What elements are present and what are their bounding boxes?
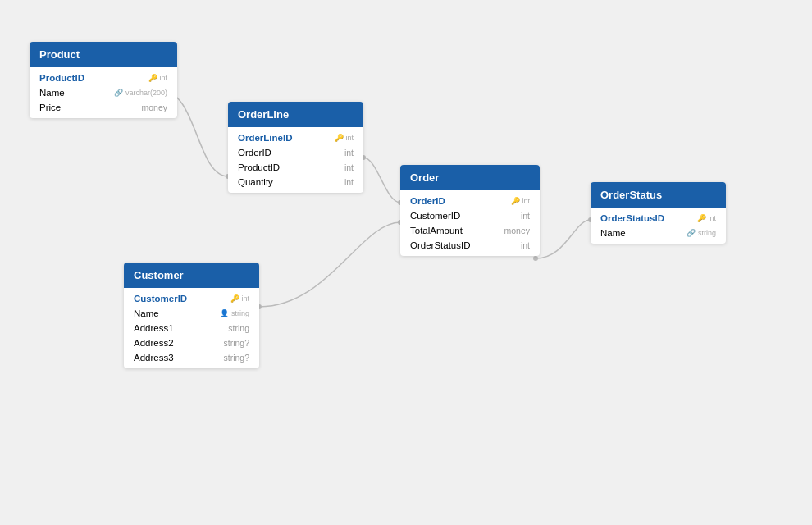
table-orderline[interactable]: OrderLine OrderLineID 🔑 int OrderID int … bbox=[228, 102, 363, 193]
table-row: OrderID int bbox=[228, 145, 363, 160]
table-customer[interactable]: Customer CustomerID 🔑 int Name 👤 string … bbox=[124, 262, 259, 368]
diagram-canvas: Product ProductID 🔑 int Name 🔗 varchar(2… bbox=[0, 0, 812, 525]
table-row: TotalAmount money bbox=[400, 223, 540, 238]
table-row: Name 👤 string bbox=[124, 306, 259, 321]
table-product-header: Product bbox=[30, 42, 177, 67]
table-orderline-header: OrderLine bbox=[228, 102, 363, 127]
table-customer-body: CustomerID 🔑 int Name 👤 string Address1 … bbox=[124, 288, 259, 368]
table-row: OrderStatusID int bbox=[400, 238, 540, 253]
table-row: ProductID 🔑 int bbox=[30, 71, 177, 85]
table-order-body: OrderID 🔑 int CustomerID int TotalAmount… bbox=[400, 190, 540, 256]
table-row: OrderStatusID 🔑 int bbox=[591, 211, 726, 226]
table-row: Name 🔗 string bbox=[591, 226, 726, 240]
table-customer-header: Customer bbox=[124, 262, 259, 288]
table-row: Price money bbox=[30, 100, 177, 115]
table-row: CustomerID 🔑 int bbox=[124, 291, 259, 306]
table-row: OrderLineID 🔑 int bbox=[228, 130, 363, 145]
table-orderline-body: OrderLineID 🔑 int OrderID int ProductID … bbox=[228, 127, 363, 193]
table-row: Name 🔗 varchar(200) bbox=[30, 85, 177, 100]
table-row: CustomerID int bbox=[400, 208, 540, 223]
table-row: Quantity int bbox=[228, 175, 363, 189]
table-order[interactable]: Order OrderID 🔑 int CustomerID int Total… bbox=[400, 165, 540, 256]
table-orderstatus[interactable]: OrderStatus OrderStatusID 🔑 int Name 🔗 s… bbox=[591, 182, 726, 244]
table-row: Address3 string? bbox=[124, 350, 259, 365]
svg-point-6 bbox=[533, 256, 538, 261]
table-row: Address2 string? bbox=[124, 336, 259, 350]
table-row: ProductID int bbox=[228, 160, 363, 175]
table-orderstatus-body: OrderStatusID 🔑 int Name 🔗 string bbox=[591, 208, 726, 244]
table-row: Address1 string bbox=[124, 321, 259, 336]
table-product[interactable]: Product ProductID 🔑 int Name 🔗 varchar(2… bbox=[30, 42, 177, 118]
table-order-header: Order bbox=[400, 165, 540, 190]
table-row: OrderID 🔑 int bbox=[400, 194, 540, 208]
table-product-body: ProductID 🔑 int Name 🔗 varchar(200) Pric… bbox=[30, 67, 177, 118]
table-orderstatus-header: OrderStatus bbox=[591, 182, 726, 208]
